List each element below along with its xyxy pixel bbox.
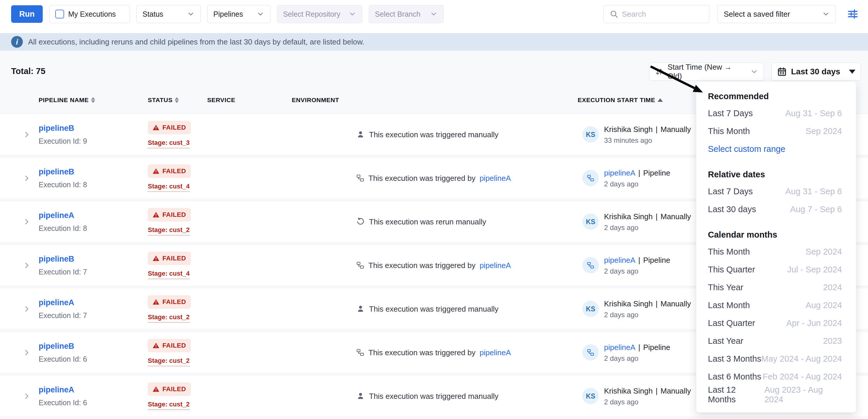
time-ago: 2 days ago	[604, 267, 670, 275]
time-ago: 2 days ago	[604, 398, 691, 406]
date-range-button[interactable]: Last 30 days	[771, 63, 861, 81]
trigger-mode: Manually	[660, 386, 691, 395]
pipelines-filter-dropdown[interactable]: Pipelines	[207, 5, 271, 23]
search-input[interactable]: Search	[603, 5, 709, 23]
chevron-right-icon[interactable]	[23, 174, 30, 183]
pipeline-name-cell: pipelineB Execution Id: 6	[39, 342, 87, 363]
trigger-cell: This execution was triggered by pipeline…	[356, 348, 511, 357]
date-menu-item-value: Sep 2024	[806, 126, 842, 136]
column-header-execution-start-time[interactable]: EXECUTION START TIME	[578, 97, 663, 104]
triggered-by-line: Krishika Singh|Manually	[604, 386, 691, 395]
date-menu-item[interactable]: This Month Sep 2024	[708, 122, 842, 140]
failed-stage-link[interactable]: Stage: cust_4	[148, 183, 190, 192]
date-menu-item-value: Sep 2024	[806, 247, 842, 257]
failed-stage-link[interactable]: Stage: cust_2	[148, 226, 190, 235]
chain-icon	[356, 261, 364, 269]
date-menu-item[interactable]: Select custom range	[708, 140, 842, 158]
avatar	[582, 344, 599, 361]
pipeline-name-link[interactable]: pipelineB	[39, 167, 87, 176]
avatar: KS	[582, 126, 599, 143]
my-executions-toggle[interactable]: My Executions	[49, 5, 130, 23]
date-menu-item[interactable]: Last 30 days Aug 7 - Sep 6	[708, 200, 842, 218]
status-badge: FAILED	[148, 121, 191, 134]
failed-stage-link[interactable]: Stage: cust_2	[148, 357, 190, 366]
pipeline-name-link[interactable]: pipelineB	[39, 342, 87, 351]
sort-both-icon	[175, 97, 179, 103]
avatar: KS	[582, 388, 599, 405]
my-executions-label: My Executions	[68, 10, 116, 19]
chevron-right-icon[interactable]	[23, 392, 30, 400]
chevron-right-icon[interactable]	[23, 217, 30, 226]
saved-filter-dropdown[interactable]: Select a saved filter	[718, 5, 836, 23]
execution-id: Execution Id: 7	[39, 311, 87, 320]
chevron-right-icon[interactable]	[23, 304, 30, 313]
triggered-by-name[interactable]: pipelineA	[604, 255, 636, 264]
date-menu-item[interactable]: Last 6 Months Feb 2024 - Aug 2024	[708, 368, 842, 386]
date-menu-item[interactable]: Last 7 Days Aug 31 - Sep 6	[708, 183, 842, 200]
warning-icon	[152, 124, 159, 131]
date-menu-item[interactable]: This Year 2024	[708, 279, 842, 296]
saved-filter-label: Select a saved filter	[724, 10, 790, 19]
pipeline-name-cell: pipelineA Execution Id: 7	[39, 298, 87, 320]
select-branch-dropdown[interactable]: Select Branch	[369, 5, 444, 23]
status-badge: FAILED	[148, 208, 191, 222]
column-header-environment: ENVIRONMENT	[292, 97, 339, 104]
pipelines-filter-label: Pipelines	[213, 10, 243, 19]
triggered-by-line: pipelineA|Pipeline	[604, 168, 670, 177]
triggered-by-line: pipelineA|Pipeline	[604, 343, 670, 351]
chevron-down-icon	[822, 10, 830, 18]
start-time-cell: KS Krishika Singh|Manually 2 days ago	[582, 212, 691, 231]
status-badge: FAILED	[148, 295, 191, 309]
trigger-mode: Pipeline	[643, 168, 671, 177]
chevron-right-icon[interactable]	[23, 348, 30, 357]
date-menu-item[interactable]: This Month Sep 2024	[708, 243, 842, 261]
date-menu-item-label: Last 12 Months	[708, 385, 765, 405]
run-button[interactable]: Run	[11, 5, 43, 23]
avatar: KS	[582, 214, 599, 230]
filter-sliders-icon[interactable]	[845, 6, 860, 22]
start-time-cell: pipelineA|Pipeline 2 days ago	[582, 343, 670, 362]
date-menu-item-label: Last Year	[708, 336, 743, 346]
trigger-pipeline-link[interactable]: pipelineA	[479, 173, 511, 183]
chevron-right-icon[interactable]	[23, 130, 30, 139]
failed-stage-link[interactable]: Stage: cust_3	[148, 139, 190, 148]
warning-icon	[152, 211, 159, 218]
failed-stage-link[interactable]: Stage: cust_2	[148, 400, 190, 410]
triggered-by-name[interactable]: pipelineA	[604, 168, 636, 177]
triggered-by-name[interactable]: pipelineA	[604, 343, 636, 351]
status-filter-dropdown[interactable]: Status	[136, 5, 201, 23]
date-menu-item[interactable]: Last Quarter Apr - Jun 2024	[708, 314, 842, 332]
column-header-pipeline-name[interactable]: PIPELINE NAME	[39, 97, 95, 104]
failed-stage-link[interactable]: Stage: cust_4	[148, 270, 190, 279]
my-executions-checkbox[interactable]	[55, 10, 64, 19]
date-menu-item[interactable]: Last 12 Months Aug 2023 - Aug 2024	[708, 386, 842, 404]
pipeline-name-link[interactable]: pipelineA	[39, 385, 87, 394]
pipeline-name-link[interactable]: pipelineB	[39, 255, 87, 264]
sort-dropdown[interactable]: Start Time (New → Old)	[649, 63, 764, 81]
avatar-initials: KS	[586, 305, 595, 313]
time-ago: 2 days ago	[604, 223, 691, 231]
pipeline-name-cell: pipelineA Execution Id: 8	[39, 211, 87, 233]
status-badge-label: FAILED	[162, 167, 186, 175]
trigger-description: This execution was triggered by	[368, 173, 475, 183]
column-header-status[interactable]: STATUS	[148, 97, 179, 104]
select-repository-dropdown[interactable]: Select Repository	[277, 5, 362, 23]
pipeline-name-link[interactable]: pipelineA	[39, 211, 87, 220]
pipeline-name-link[interactable]: pipelineA	[39, 298, 87, 307]
pipeline-name-link[interactable]: pipelineB	[39, 124, 87, 133]
date-menu-item-value: Aug 31 - Sep 6	[785, 187, 842, 196]
avatar-initials: KS	[586, 218, 595, 226]
date-menu-item[interactable]: Last 3 Months May 2024 - Aug 2024	[708, 350, 842, 368]
sort-label: Start Time (New → Old)	[668, 63, 746, 81]
trigger-description: This execution was triggered manually	[369, 304, 498, 313]
date-menu-item[interactable]: Last Month Aug 2024	[708, 296, 842, 314]
trigger-pipeline-link[interactable]: pipelineA	[479, 261, 511, 270]
column-header-service: SERVICE	[207, 97, 235, 104]
date-menu-item[interactable]: This Quarter Jul - Sep 2024	[708, 261, 842, 279]
date-menu-item[interactable]: Last 7 Days Aug 31 - Sep 6	[708, 104, 842, 122]
warning-icon	[152, 342, 159, 349]
date-menu-item[interactable]: Last Year 2023	[708, 332, 842, 350]
trigger-pipeline-link[interactable]: pipelineA	[479, 348, 511, 357]
chevron-right-icon[interactable]	[23, 261, 30, 270]
failed-stage-link[interactable]: Stage: cust_2	[148, 313, 190, 323]
